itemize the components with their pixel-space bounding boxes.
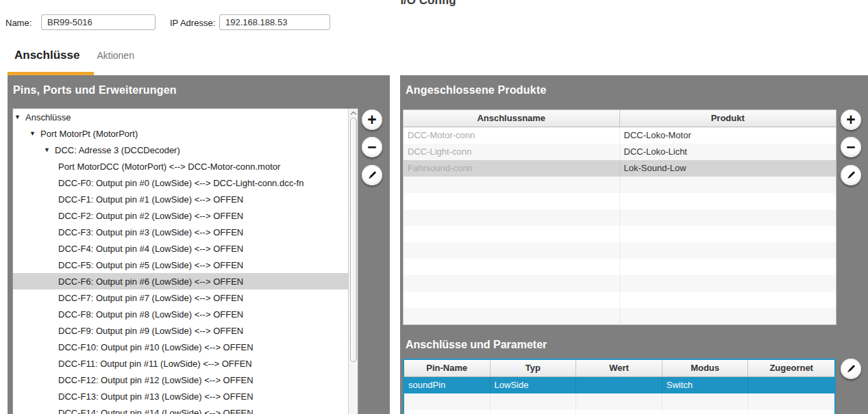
cell: [491, 393, 577, 410]
tree-item[interactable]: DCC-F3: Output pin #3 (LowSide) <--> OFF…: [13, 224, 348, 240]
tree-item[interactable]: DCC-F8: Output pin #8 (LowSide) <--> OFF…: [13, 306, 348, 322]
tab-anschluesse[interactable]: Anschlüsse: [14, 49, 79, 62]
cell-produkt: [620, 308, 836, 324]
cell-anschlussname: [404, 242, 620, 259]
table-row-empty[interactable]: [404, 259, 836, 275]
tree-item[interactable]: ▼Anschlüsse: [13, 109, 348, 125]
tree-item[interactable]: DCC-F4: Output pin #4 (LowSide) <--> OFF…: [13, 240, 348, 257]
cell-produkt: [620, 242, 836, 259]
tree-item[interactable]: DCC-F10: Output pin #10 (LowSide) <--> O…: [13, 339, 348, 355]
table-row[interactable]: Fahrsound-connLok-Sound-Low: [404, 160, 836, 177]
cell: [576, 393, 662, 410]
column-header: Produkt: [620, 110, 836, 127]
active-tab-underline: [8, 72, 94, 75]
cell: soundPin: [404, 377, 491, 393]
column-header: Typ: [491, 360, 577, 376]
tree-item[interactable]: DCC-F13: Output pin #13 (LowSide) <--> O…: [13, 388, 348, 404]
cell-anschlussname: [404, 209, 620, 226]
cell: [491, 410, 577, 414]
pencil-icon: [845, 170, 856, 181]
table-row-empty[interactable]: [404, 308, 836, 324]
tree-item-label: DCC-F0: Output pin #0 (LowSide) <--> DCC…: [58, 178, 303, 188]
tree-item-label: Port MotorPt (MotorPort): [40, 129, 138, 139]
parameters-section-title: Anschlüsse und Parameter: [406, 339, 547, 351]
tab-aktionen[interactable]: Aktionen: [97, 50, 134, 61]
remove-button[interactable]: −: [362, 137, 382, 157]
cell-produkt: Lok-Sound-Low: [620, 160, 836, 177]
tree-item-label: DCC-F1: Output pin #1 (LowSide) <--> OFF…: [58, 194, 243, 205]
tree-item[interactable]: DCC-F5: Output pin #5 (LowSide) <--> OFF…: [13, 257, 348, 273]
cell: [748, 410, 834, 414]
tree-item[interactable]: DCC-F2: Output pin #2 (LowSide) <--> OFF…: [13, 207, 348, 224]
cell-anschlussname: [404, 308, 620, 324]
pins-ports-panel-title: Pins, Ports und Erweiterungen: [8, 75, 390, 96]
tree-item[interactable]: DCC-F14: Output pin #14 (LowSide) <--> O…: [13, 404, 348, 414]
tree-item-label: DCC-F2: Output pin #2 (LowSide) <--> OFF…: [58, 211, 243, 221]
add-button[interactable]: +: [362, 109, 382, 130]
cell: Switch: [662, 377, 749, 393]
cell-anschlussname: DCC-Light-conn: [404, 144, 620, 160]
tree-item-label: DCC: Adresse 3 (DCCDecoder): [55, 145, 180, 155]
table-row[interactable]: soundPinLowSideSwitch: [404, 377, 834, 393]
cell-produkt: [620, 292, 836, 308]
tree-item-label: DCC-F13: Output pin #13 (LowSide) <--> O…: [58, 391, 253, 402]
table-row[interactable]: DCC-Motor-connDCC-Loko-Motor: [404, 127, 836, 144]
cell-produkt: [620, 209, 836, 226]
table-row[interactable]: DCC-Light-connDCC-Loko-Licht: [404, 144, 836, 160]
tree-item-label: DCC-F9: Output pin #9 (LowSide) <--> OFF…: [58, 326, 243, 336]
table-row-empty[interactable]: [404, 209, 836, 226]
remove-button[interactable]: −: [841, 137, 861, 157]
tree-item[interactable]: Port MotorDCC (MotorPort) <--> DCC-Motor…: [13, 158, 348, 174]
table-row-empty[interactable]: [404, 242, 836, 259]
tree-item[interactable]: DCC-F6: Output pin #6 (LowSide) <--> OFF…: [13, 273, 348, 289]
tree-item[interactable]: DCC-F1: Output pin #1 (LowSide) <--> OFF…: [13, 191, 348, 207]
edit-button[interactable]: [841, 165, 861, 185]
cell-produkt: DCC-Loko-Licht: [620, 144, 836, 160]
cell-anschlussname: [404, 292, 620, 308]
cell: [748, 377, 834, 393]
table-row-empty[interactable]: [404, 292, 836, 308]
table-row-empty[interactable]: [404, 226, 836, 242]
expand-arrow-icon[interactable]: ▼: [44, 146, 55, 153]
tree-item[interactable]: DCC-F9: Output pin #9 (LowSide) <--> OFF…: [13, 322, 348, 339]
tree-item-label: Port MotorDCC (MotorPort) <--> DCC-Motor…: [58, 161, 280, 172]
table-row-empty[interactable]: [404, 193, 836, 209]
expand-arrow-icon[interactable]: ▼: [29, 130, 40, 137]
edit-button[interactable]: [362, 165, 382, 185]
table-row-empty[interactable]: [404, 410, 834, 414]
edit-parameter-button[interactable]: [841, 359, 861, 379]
cell-produkt: [620, 177, 836, 193]
cell-produkt: [620, 259, 836, 275]
scrollbar-thumb[interactable]: [350, 118, 357, 362]
cell: [404, 393, 491, 410]
cell: [662, 393, 749, 410]
table-row-empty[interactable]: [404, 177, 836, 193]
tree-item[interactable]: DCC-F0: Output pin #0 (LowSide) <--> DCC…: [13, 174, 348, 191]
cell-anschlussname: [404, 177, 620, 193]
table-row-empty[interactable]: [404, 275, 836, 292]
cell-anschlussname: [404, 193, 620, 209]
name-input[interactable]: [41, 14, 156, 30]
tree-item-label: DCC-F6: Output pin #6 (LowSide) <--> OFF…: [58, 276, 243, 287]
cell-anschlussname: DCC-Motor-conn: [404, 127, 620, 144]
scroll-up-icon[interactable]: [350, 111, 357, 116]
cell: LowSide: [491, 377, 577, 393]
tree-item[interactable]: DCC-F11: Output pin #11 (LowSide) <--> O…: [13, 355, 348, 372]
parameters-table: Pin-NameTypWertModusZugeornet soundPinLo…: [403, 359, 836, 414]
products-panel-title: Angeschlossene Produkte: [400, 75, 868, 96]
pencil-icon: [845, 363, 856, 374]
tree-item-label: DCC-F14: Output pin #14 (LowSide) <--> O…: [58, 408, 253, 414]
table-row-empty[interactable]: [404, 393, 834, 410]
tree-item[interactable]: ▼DCC: Adresse 3 (DCCDecoder): [13, 142, 348, 158]
column-header: Modus: [662, 360, 749, 376]
ip-address-input[interactable]: [219, 14, 330, 30]
column-header: Wert: [576, 360, 662, 376]
expand-arrow-icon[interactable]: ▼: [14, 114, 25, 120]
tree-item[interactable]: DCC-F12: Output pin #12 (LowSide) <--> O…: [13, 372, 348, 388]
add-button[interactable]: +: [841, 109, 861, 130]
tree-item[interactable]: DCC-F7: Output pin #7 (LowSide) <--> OFF…: [13, 289, 348, 306]
cell: [662, 410, 749, 414]
tree-item[interactable]: ▼Port MotorPt (MotorPort): [13, 125, 348, 142]
cell-produkt: DCC-Loko-Motor: [620, 127, 836, 144]
scrollbar[interactable]: [348, 109, 358, 414]
